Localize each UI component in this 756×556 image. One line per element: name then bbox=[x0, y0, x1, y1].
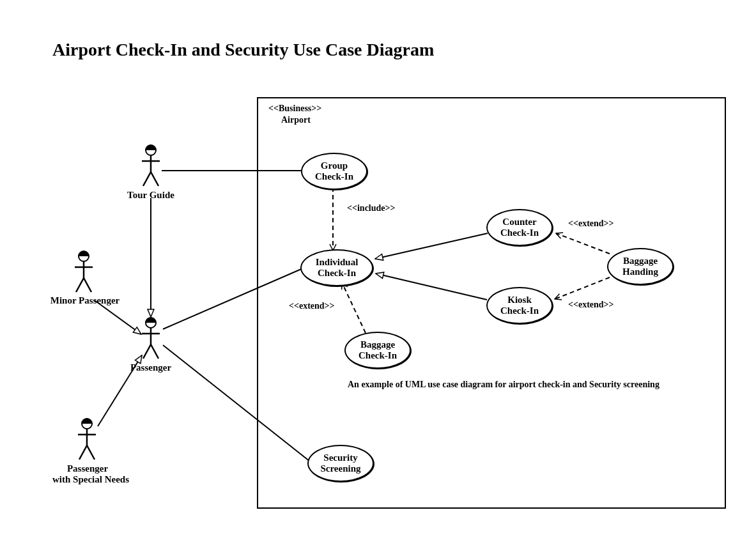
stereo-extend-3: <<extend>> bbox=[568, 300, 614, 310]
system-name: Airport bbox=[281, 115, 311, 125]
svg-line-21 bbox=[84, 278, 91, 292]
actor-special-needs-label-1: Passenger bbox=[65, 463, 110, 474]
diagram-caption: An example of UML use case diagram for a… bbox=[348, 380, 660, 390]
actor-special-needs-label-2: with Special Needs bbox=[46, 474, 135, 485]
actor-tour-guide bbox=[139, 144, 162, 191]
usecase-security-screening-label: Security Screening bbox=[320, 452, 360, 475]
actor-passenger bbox=[139, 316, 162, 364]
system-stereotype: <<Business>> bbox=[268, 104, 321, 114]
usecase-baggage-checkin-label: Baggage Check-In bbox=[359, 339, 397, 362]
usecase-counter-checkin: Counter Check-In bbox=[486, 209, 553, 246]
usecase-baggage-checkin: Baggage Check-In bbox=[344, 332, 411, 369]
stereo-extend-1: <<extend>> bbox=[289, 301, 335, 311]
actor-tour-guide-label: Tour Guide bbox=[127, 190, 175, 201]
svg-line-20 bbox=[76, 278, 84, 292]
actor-minor-passenger-label: Minor Passenger bbox=[47, 295, 123, 306]
usecase-individual-checkin: Individual Check-In bbox=[300, 249, 373, 286]
svg-line-16 bbox=[151, 172, 158, 186]
svg-line-31 bbox=[87, 445, 95, 459]
usecase-baggage-handing-label: Baggage Handing bbox=[622, 256, 658, 278]
actor-passenger-label: Passenger bbox=[130, 362, 172, 373]
svg-line-25 bbox=[143, 344, 151, 359]
usecase-individual-checkin-label: Individual Check-In bbox=[316, 257, 359, 279]
stereo-include-1: <<include>> bbox=[347, 203, 395, 213]
usecase-kiosk-checkin-label: Kiosk Check-In bbox=[500, 295, 539, 317]
diagram-title: Airport Check-In and Security Use Case D… bbox=[52, 40, 434, 60]
usecase-kiosk-checkin: Kiosk Check-In bbox=[486, 287, 553, 324]
usecase-group-checkin: Group Check-In bbox=[301, 153, 367, 190]
usecase-security-screening: Security Screening bbox=[307, 445, 374, 482]
svg-line-15 bbox=[143, 172, 151, 186]
usecase-baggage-handing: Baggage Handing bbox=[607, 248, 674, 285]
actor-special-needs bbox=[75, 417, 98, 465]
svg-line-30 bbox=[79, 445, 87, 459]
actor-minor-passenger bbox=[72, 250, 95, 297]
stereo-extend-2: <<extend>> bbox=[568, 219, 614, 229]
usecase-counter-checkin-label: Counter Check-In bbox=[500, 217, 539, 239]
svg-line-26 bbox=[151, 344, 158, 359]
usecase-group-checkin-label: Group Check-In bbox=[315, 160, 353, 183]
